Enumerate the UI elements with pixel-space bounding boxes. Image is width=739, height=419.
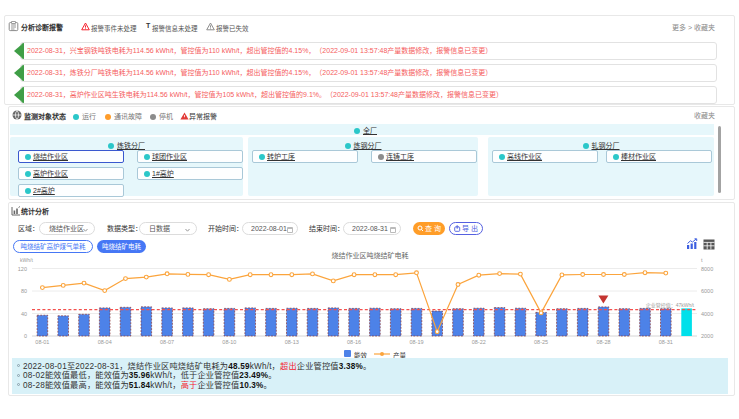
svg-text:2000: 2000 bbox=[701, 333, 713, 339]
svg-text:企业管控值：47kWh/t: 企业管控值：47kWh/t bbox=[646, 302, 695, 309]
svg-text:08-10: 08-10 bbox=[222, 339, 236, 345]
svg-text:08-31: 08-31 bbox=[659, 339, 673, 345]
svg-text:0: 0 bbox=[24, 333, 27, 339]
svg-text:80: 80 bbox=[21, 288, 27, 294]
svg-text:08-04: 08-04 bbox=[98, 339, 112, 345]
svg-text:08-16: 08-16 bbox=[347, 339, 361, 345]
svg-text:08-07: 08-07 bbox=[160, 339, 174, 345]
svg-text:4000: 4000 bbox=[701, 311, 713, 317]
svg-text:kWh/t: kWh/t bbox=[20, 257, 33, 263]
svg-text:08-25: 08-25 bbox=[534, 339, 548, 345]
svg-text:40: 40 bbox=[21, 311, 27, 317]
svg-text:08-13: 08-13 bbox=[285, 339, 299, 345]
svg-text:t: t bbox=[701, 257, 703, 263]
svg-text:08-01: 08-01 bbox=[35, 339, 49, 345]
svg-text:8000: 8000 bbox=[701, 266, 713, 272]
svg-text:08-19: 08-19 bbox=[409, 339, 423, 345]
svg-text:烧结作业区吨烧结矿电耗: 烧结作业区吨烧结矿电耗 bbox=[332, 251, 409, 260]
svg-text:08-28: 08-28 bbox=[596, 339, 610, 345]
svg-text:120: 120 bbox=[18, 266, 27, 272]
svg-text:6000: 6000 bbox=[701, 288, 713, 294]
svg-text:08-22: 08-22 bbox=[472, 339, 486, 345]
